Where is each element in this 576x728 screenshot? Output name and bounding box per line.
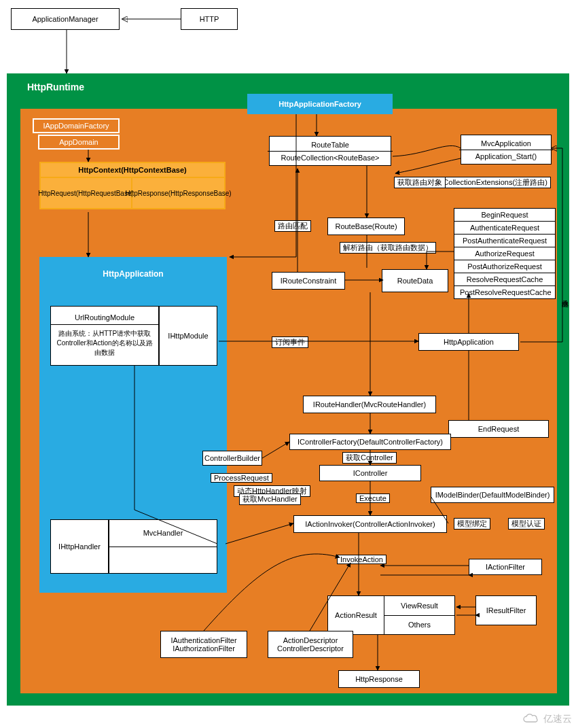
arrows-svg: [0, 0, 576, 728]
svg-line-16: [226, 523, 293, 544]
svg-line-18: [431, 496, 448, 523]
watermark-text: 亿速云: [543, 713, 572, 725]
svg-line-15: [262, 442, 289, 458]
watermark: 亿速云: [523, 713, 572, 725]
